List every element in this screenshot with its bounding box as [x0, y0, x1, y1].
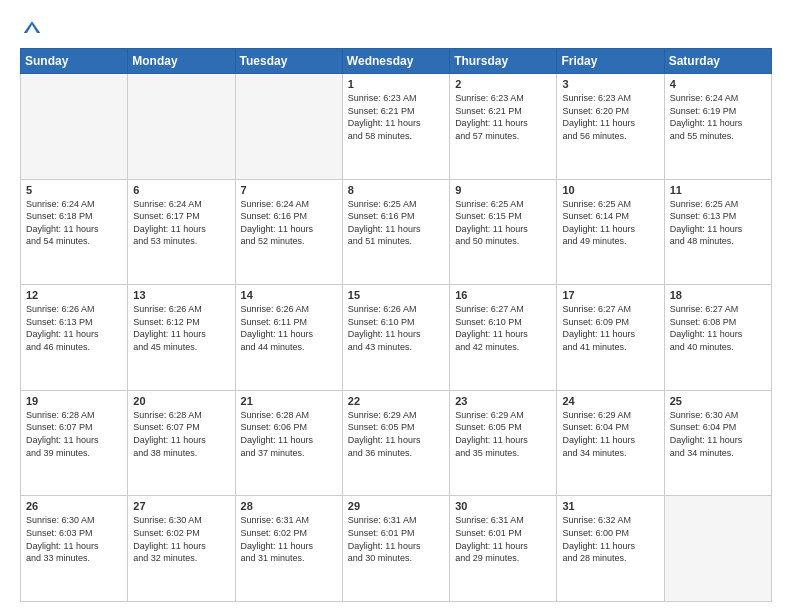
day-info: Sunrise: 6:24 AM Sunset: 6:19 PM Dayligh… [670, 92, 766, 142]
calendar-cell: 10Sunrise: 6:25 AM Sunset: 6:14 PM Dayli… [557, 179, 664, 285]
day-number: 5 [26, 184, 122, 196]
day-number: 3 [562, 78, 658, 90]
day-number: 22 [348, 395, 444, 407]
day-number: 27 [133, 500, 229, 512]
day-info: Sunrise: 6:27 AM Sunset: 6:10 PM Dayligh… [455, 303, 551, 353]
day-info: Sunrise: 6:30 AM Sunset: 6:04 PM Dayligh… [670, 409, 766, 459]
day-info: Sunrise: 6:32 AM Sunset: 6:00 PM Dayligh… [562, 514, 658, 564]
day-number: 4 [670, 78, 766, 90]
calendar-cell: 22Sunrise: 6:29 AM Sunset: 6:05 PM Dayli… [342, 390, 449, 496]
day-number: 19 [26, 395, 122, 407]
calendar-cell: 25Sunrise: 6:30 AM Sunset: 6:04 PM Dayli… [664, 390, 771, 496]
day-info: Sunrise: 6:26 AM Sunset: 6:10 PM Dayligh… [348, 303, 444, 353]
calendar-cell: 16Sunrise: 6:27 AM Sunset: 6:10 PM Dayli… [450, 285, 557, 391]
week-row-3: 19Sunrise: 6:28 AM Sunset: 6:07 PM Dayli… [21, 390, 772, 496]
day-number: 17 [562, 289, 658, 301]
day-info: Sunrise: 6:28 AM Sunset: 6:06 PM Dayligh… [241, 409, 337, 459]
day-info: Sunrise: 6:27 AM Sunset: 6:09 PM Dayligh… [562, 303, 658, 353]
week-row-0: 1Sunrise: 6:23 AM Sunset: 6:21 PM Daylig… [21, 74, 772, 180]
day-number: 21 [241, 395, 337, 407]
calendar-cell: 18Sunrise: 6:27 AM Sunset: 6:08 PM Dayli… [664, 285, 771, 391]
day-number: 6 [133, 184, 229, 196]
day-info: Sunrise: 6:28 AM Sunset: 6:07 PM Dayligh… [133, 409, 229, 459]
calendar-cell: 4Sunrise: 6:24 AM Sunset: 6:19 PM Daylig… [664, 74, 771, 180]
day-number: 26 [26, 500, 122, 512]
calendar-cell: 21Sunrise: 6:28 AM Sunset: 6:06 PM Dayli… [235, 390, 342, 496]
calendar-cell: 17Sunrise: 6:27 AM Sunset: 6:09 PM Dayli… [557, 285, 664, 391]
calendar-cell: 26Sunrise: 6:30 AM Sunset: 6:03 PM Dayli… [21, 496, 128, 602]
day-header-monday: Monday [128, 49, 235, 74]
day-header-wednesday: Wednesday [342, 49, 449, 74]
calendar-cell: 9Sunrise: 6:25 AM Sunset: 6:15 PM Daylig… [450, 179, 557, 285]
day-number: 14 [241, 289, 337, 301]
day-info: Sunrise: 6:26 AM Sunset: 6:13 PM Dayligh… [26, 303, 122, 353]
day-info: Sunrise: 6:30 AM Sunset: 6:02 PM Dayligh… [133, 514, 229, 564]
day-info: Sunrise: 6:30 AM Sunset: 6:03 PM Dayligh… [26, 514, 122, 564]
calendar-cell: 11Sunrise: 6:25 AM Sunset: 6:13 PM Dayli… [664, 179, 771, 285]
day-header-saturday: Saturday [664, 49, 771, 74]
day-number: 23 [455, 395, 551, 407]
calendar-cell: 28Sunrise: 6:31 AM Sunset: 6:02 PM Dayli… [235, 496, 342, 602]
day-info: Sunrise: 6:24 AM Sunset: 6:17 PM Dayligh… [133, 198, 229, 248]
day-number: 20 [133, 395, 229, 407]
day-info: Sunrise: 6:28 AM Sunset: 6:07 PM Dayligh… [26, 409, 122, 459]
day-number: 2 [455, 78, 551, 90]
day-number: 29 [348, 500, 444, 512]
calendar-cell [664, 496, 771, 602]
calendar-cell: 7Sunrise: 6:24 AM Sunset: 6:16 PM Daylig… [235, 179, 342, 285]
day-header-tuesday: Tuesday [235, 49, 342, 74]
day-info: Sunrise: 6:29 AM Sunset: 6:04 PM Dayligh… [562, 409, 658, 459]
day-info: Sunrise: 6:31 AM Sunset: 6:01 PM Dayligh… [348, 514, 444, 564]
calendar-cell: 30Sunrise: 6:31 AM Sunset: 6:01 PM Dayli… [450, 496, 557, 602]
calendar-cell: 2Sunrise: 6:23 AM Sunset: 6:21 PM Daylig… [450, 74, 557, 180]
week-row-4: 26Sunrise: 6:30 AM Sunset: 6:03 PM Dayli… [21, 496, 772, 602]
day-info: Sunrise: 6:29 AM Sunset: 6:05 PM Dayligh… [348, 409, 444, 459]
day-number: 28 [241, 500, 337, 512]
calendar-cell: 6Sunrise: 6:24 AM Sunset: 6:17 PM Daylig… [128, 179, 235, 285]
day-info: Sunrise: 6:25 AM Sunset: 6:13 PM Dayligh… [670, 198, 766, 248]
calendar-cell: 27Sunrise: 6:30 AM Sunset: 6:02 PM Dayli… [128, 496, 235, 602]
day-info: Sunrise: 6:23 AM Sunset: 6:21 PM Dayligh… [455, 92, 551, 142]
calendar-cell: 19Sunrise: 6:28 AM Sunset: 6:07 PM Dayli… [21, 390, 128, 496]
day-number: 16 [455, 289, 551, 301]
day-number: 31 [562, 500, 658, 512]
day-info: Sunrise: 6:25 AM Sunset: 6:16 PM Dayligh… [348, 198, 444, 248]
calendar-cell: 13Sunrise: 6:26 AM Sunset: 6:12 PM Dayli… [128, 285, 235, 391]
day-number: 7 [241, 184, 337, 196]
calendar-cell: 14Sunrise: 6:26 AM Sunset: 6:11 PM Dayli… [235, 285, 342, 391]
day-info: Sunrise: 6:31 AM Sunset: 6:01 PM Dayligh… [455, 514, 551, 564]
day-number: 11 [670, 184, 766, 196]
calendar-cell: 15Sunrise: 6:26 AM Sunset: 6:10 PM Dayli… [342, 285, 449, 391]
calendar-cell: 1Sunrise: 6:23 AM Sunset: 6:21 PM Daylig… [342, 74, 449, 180]
day-header-friday: Friday [557, 49, 664, 74]
calendar-table: SundayMondayTuesdayWednesdayThursdayFrid… [20, 48, 772, 602]
day-number: 18 [670, 289, 766, 301]
day-info: Sunrise: 6:26 AM Sunset: 6:12 PM Dayligh… [133, 303, 229, 353]
day-number: 10 [562, 184, 658, 196]
week-row-1: 5Sunrise: 6:24 AM Sunset: 6:18 PM Daylig… [21, 179, 772, 285]
page: SundayMondayTuesdayWednesdayThursdayFrid… [0, 0, 792, 612]
day-info: Sunrise: 6:24 AM Sunset: 6:16 PM Dayligh… [241, 198, 337, 248]
logo [20, 18, 42, 38]
header [20, 18, 772, 38]
calendar-cell: 31Sunrise: 6:32 AM Sunset: 6:00 PM Dayli… [557, 496, 664, 602]
day-info: Sunrise: 6:24 AM Sunset: 6:18 PM Dayligh… [26, 198, 122, 248]
day-number: 13 [133, 289, 229, 301]
day-info: Sunrise: 6:27 AM Sunset: 6:08 PM Dayligh… [670, 303, 766, 353]
calendar-cell: 24Sunrise: 6:29 AM Sunset: 6:04 PM Dayli… [557, 390, 664, 496]
calendar-cell [235, 74, 342, 180]
day-number: 8 [348, 184, 444, 196]
calendar-cell: 12Sunrise: 6:26 AM Sunset: 6:13 PM Dayli… [21, 285, 128, 391]
day-info: Sunrise: 6:29 AM Sunset: 6:05 PM Dayligh… [455, 409, 551, 459]
logo-icon [22, 18, 42, 38]
day-info: Sunrise: 6:31 AM Sunset: 6:02 PM Dayligh… [241, 514, 337, 564]
week-row-2: 12Sunrise: 6:26 AM Sunset: 6:13 PM Dayli… [21, 285, 772, 391]
day-number: 24 [562, 395, 658, 407]
day-number: 9 [455, 184, 551, 196]
day-info: Sunrise: 6:23 AM Sunset: 6:20 PM Dayligh… [562, 92, 658, 142]
calendar-cell [128, 74, 235, 180]
day-number: 1 [348, 78, 444, 90]
day-number: 15 [348, 289, 444, 301]
day-info: Sunrise: 6:26 AM Sunset: 6:11 PM Dayligh… [241, 303, 337, 353]
day-info: Sunrise: 6:25 AM Sunset: 6:15 PM Dayligh… [455, 198, 551, 248]
